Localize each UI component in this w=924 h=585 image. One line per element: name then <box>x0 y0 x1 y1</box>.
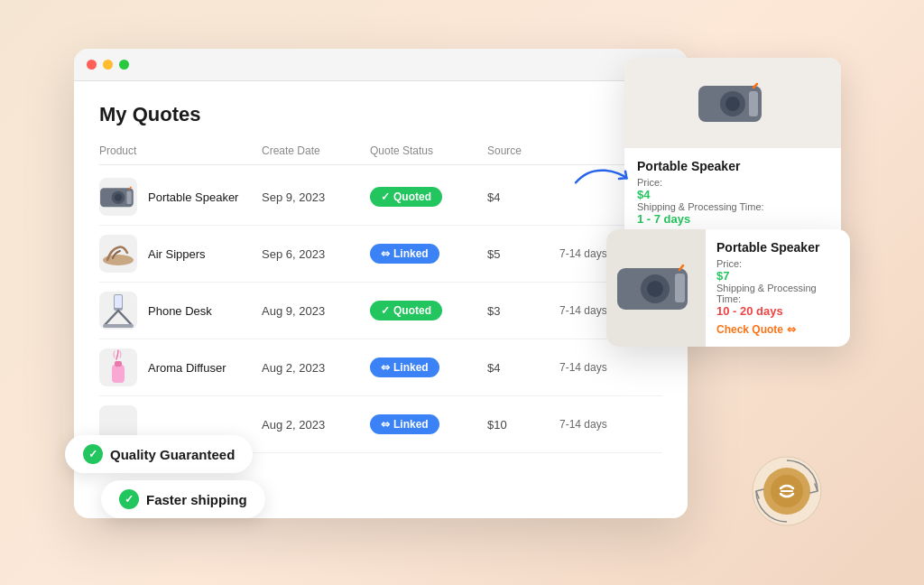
link-icon: ⇔ <box>381 247 390 260</box>
product-name: Air Sippers <box>148 247 206 261</box>
status-cell: ⇔ Linked <box>370 358 487 377</box>
col-product: Product <box>99 144 262 157</box>
card1-shipping-time: 1 - 7 days <box>637 212 828 226</box>
card2-price: $7 <box>716 269 839 283</box>
svg-point-2 <box>115 193 122 200</box>
price-cell: $10 <box>487 418 559 432</box>
product-cell: Air Sippers <box>99 235 262 273</box>
svg-rect-10 <box>115 361 122 367</box>
svg-rect-7 <box>115 295 122 308</box>
svg-rect-3 <box>126 190 131 204</box>
status-badge-quoted: ✓ Quoted <box>370 187 442 207</box>
status-cell: ⇔ Linked <box>370 244 487 264</box>
check-icon: ✓ <box>381 190 390 203</box>
table-header: Product Create Date Quote Status Source <box>99 144 662 165</box>
quality-label: Quality Guaranteed <box>110 447 235 462</box>
card2-title: Portable Speaker <box>716 240 839 255</box>
status-badge-linked: ⇔ Linked <box>370 244 439 264</box>
faster-label: Faster shipping <box>146 492 247 507</box>
card1-shipping-label: Shipping & Processing Time: <box>637 201 828 212</box>
card1-price-label: Price: <box>637 177 828 188</box>
table-row: Phone Desk Aug 9, 2023 ✓ Quoted $3 7-14 … <box>99 283 662 339</box>
date-cell: Sep 9, 2023 <box>262 190 370 204</box>
card2-shipping-label: Shipping & Processing Time: <box>716 283 839 304</box>
col-status: Quote Status <box>370 144 487 157</box>
browser-titlebar <box>74 49 688 81</box>
card1-price: $4 <box>637 188 828 201</box>
card1-title: Portable Speaker <box>637 159 828 173</box>
svg-rect-8 <box>103 324 134 328</box>
product-cell: Phone Desk <box>99 292 262 330</box>
faster-shipping-badge: ✓ Faster shipping <box>101 480 265 518</box>
card1-image <box>624 58 841 148</box>
price-cell: $3 <box>487 304 559 318</box>
status-cell: ⇔ Linked <box>370 414 487 434</box>
card2-image <box>606 229 706 347</box>
status-badge-linked: ⇔ Linked <box>370 358 439 377</box>
price-cell: $5 <box>487 247 559 261</box>
price-cell: $4 <box>487 190 559 204</box>
status-cell: ✓ Quoted <box>370 301 487 320</box>
card2-body: Portable Speaker Price: $7 Shipping & Pr… <box>706 229 850 347</box>
status-badge-linked: ⇔ Linked <box>370 414 439 434</box>
col-date: Create Date <box>262 144 370 157</box>
check-icon: ✓ <box>381 304 390 317</box>
product-thumb <box>99 348 137 386</box>
shipping-cell: 7-14 days <box>559 418 650 431</box>
date-cell: Aug 2, 2023 <box>262 361 370 375</box>
link-icon: ⇔ <box>381 418 390 431</box>
shipping-cell: 7-14 days <box>559 361 650 374</box>
dot-red <box>87 60 97 70</box>
faster-check-icon: ✓ <box>119 489 139 509</box>
card2-price-label: Price: <box>716 258 839 269</box>
dot-green-window <box>119 60 129 70</box>
product-card-2: Portable Speaker Price: $7 Shipping & Pr… <box>606 229 850 347</box>
col-source: Source <box>487 144 559 157</box>
quality-badge: ✓ Quality Guaranteed <box>65 435 253 473</box>
date-cell: Aug 9, 2023 <box>262 304 370 318</box>
product-cell: Portable Speaker <box>99 178 262 216</box>
dot-yellow <box>103 60 113 70</box>
link-icon: ⇔ <box>381 361 390 374</box>
product-name: Portable Speaker <box>148 190 238 204</box>
product-thumb <box>99 235 137 273</box>
scene: My Quotes Product Create Date Quote Stat… <box>56 31 868 554</box>
product-cell: Aroma Diffuser <box>99 348 262 386</box>
svg-point-18 <box>647 281 663 297</box>
product-thumb <box>99 178 137 216</box>
quality-check-icon: ✓ <box>83 444 103 464</box>
arrow-right-icon: ⇔ <box>787 323 796 336</box>
price-cell: $4 <box>487 361 559 375</box>
svg-rect-14 <box>749 91 758 116</box>
status-badge-quoted: ✓ Quoted <box>370 301 442 320</box>
circular-icon <box>751 455 823 527</box>
page-title: My Quotes <box>99 103 662 126</box>
date-cell: Aug 2, 2023 <box>262 418 370 432</box>
svg-rect-9 <box>112 365 125 383</box>
status-cell: ✓ Quoted <box>370 187 487 207</box>
check-quote-button[interactable]: Check Quote ⇔ <box>716 323 839 336</box>
table-row: Aroma Diffuser Aug 2, 2023 ⇔ Linked $4 7… <box>99 339 662 396</box>
product-thumb <box>99 292 137 330</box>
date-cell: Sep 6, 2023 <box>262 247 370 261</box>
product-name: Aroma Diffuser <box>148 361 226 375</box>
svg-rect-19 <box>675 274 685 302</box>
card2-shipping-time: 10 - 20 days <box>716 304 839 318</box>
svg-point-13 <box>725 97 740 111</box>
table-row: Air Sippers Sep 6, 2023 ⇔ Linked $5 7-14… <box>99 226 662 283</box>
product-name: Phone Desk <box>148 304 212 318</box>
